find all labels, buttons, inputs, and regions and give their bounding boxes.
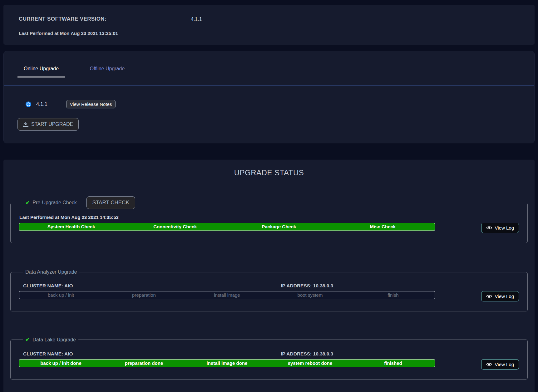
- ip-address: IP ADDRESS: 10.38.0.3: [281, 283, 333, 289]
- cluster-info-row: CLUSTER NAME: AIO IP ADDRESS: 10.38.0.3: [19, 351, 435, 357]
- pre-upgrade-check-section: ✔ Pre-Upgrade Check START CHECK Last Per…: [10, 196, 528, 243]
- progress-step: finished: [352, 360, 435, 367]
- view-log-button[interactable]: View Log: [481, 291, 519, 301]
- ip-address: IP ADDRESS: 10.38.0.3: [281, 351, 333, 357]
- start-check-button[interactable]: START CHECK: [86, 196, 135, 209]
- version-last-performed: Last Performed at Mon Aug 23 2021 13:25:…: [19, 31, 535, 36]
- data-analyzer-upgrade-section: Data Analyzer Upgrade CLUSTER NAME: AIO …: [10, 269, 528, 311]
- eye-icon: [486, 226, 492, 230]
- page: CURRENT SOFTWARE VERSION: 4.1.1 Last Per…: [0, 0, 538, 392]
- pre-check-progress-bar: System Health Check Connectivity Check P…: [19, 223, 435, 231]
- upgrade-status-panel: UPGRADE STATUS ✔ Pre-Upgrade Check START…: [3, 160, 535, 392]
- version-radio-label: 4.1.1: [36, 102, 47, 107]
- tab-bar: Online Upgrade Offline Upgrade: [4, 51, 534, 86]
- tab-offline-upgrade[interactable]: Offline Upgrade: [84, 66, 131, 77]
- current-version-value: 4.1.1: [191, 17, 202, 22]
- progress-step: install image done: [185, 360, 269, 367]
- section-name: Data Lake Upgrade: [32, 337, 76, 343]
- start-upgrade-label: START UPGRADE: [31, 122, 73, 127]
- progress-step: Connectivity Check: [123, 223, 227, 231]
- download-icon: [23, 122, 28, 127]
- progress-column: Last Performed at Mon Aug 23 2021 14:35:…: [19, 209, 435, 231]
- progress-step: preparation done: [102, 360, 185, 367]
- upgrade-status-title: UPGRADE STATUS: [3, 168, 535, 177]
- cluster-info-row: CLUSTER NAME: AIO IP ADDRESS: 10.38.0.3: [19, 283, 435, 289]
- data-lake-legend: ✔ Data Lake Upgrade: [23, 336, 78, 343]
- progress-step: system reboot done: [269, 360, 352, 367]
- progress-step: boot system: [269, 291, 352, 299]
- current-version-panel: CURRENT SOFTWARE VERSION: 4.1.1 Last Per…: [3, 5, 535, 45]
- section-name: Pre-Upgrade Check: [32, 200, 77, 206]
- progress-step: back up / init done: [19, 360, 102, 367]
- progress-step: Misc Check: [331, 223, 435, 231]
- check-last-performed: Last Performed at Mon Aug 23 2021 14:35:…: [19, 215, 435, 220]
- progress-row: CLUSTER NAME: AIO IP ADDRESS: 10.38.0.3 …: [19, 275, 519, 299]
- view-log-label: View Log: [495, 225, 514, 231]
- cluster-name-label: CLUSTER NAME:: [23, 351, 63, 356]
- data-lake-upgrade-section: ✔ Data Lake Upgrade CLUSTER NAME: AIO IP…: [10, 336, 528, 380]
- cluster-name-label: CLUSTER NAME:: [23, 283, 63, 288]
- version-radio[interactable]: [26, 102, 31, 107]
- progress-step: Package Check: [227, 223, 331, 231]
- view-log-button[interactable]: View Log: [481, 223, 519, 233]
- view-log-label: View Log: [495, 362, 514, 367]
- check-icon: ✔: [25, 200, 30, 206]
- ip-address-value: 10.38.0.3: [313, 283, 333, 288]
- progress-step: finish: [352, 291, 435, 299]
- section-name: Data Analyzer Upgrade: [25, 269, 77, 275]
- progress-step: install image: [185, 291, 269, 299]
- view-release-notes-button[interactable]: View Release Notes: [66, 100, 116, 108]
- upgrade-panel: Online Upgrade Offline Upgrade 4.1.1 Vie…: [3, 51, 535, 143]
- progress-column: CLUSTER NAME: AIO IP ADDRESS: 10.38.0.3 …: [19, 275, 435, 299]
- cluster-name-value: AIO: [64, 283, 73, 288]
- ip-address-label: IP ADDRESS:: [281, 351, 312, 356]
- progress-column: CLUSTER NAME: AIO IP ADDRESS: 10.38.0.3 …: [19, 343, 435, 367]
- data-analyzer-legend: Data Analyzer Upgrade: [23, 269, 79, 275]
- ip-address-value: 10.38.0.3: [313, 351, 333, 356]
- progress-step: back up / init: [19, 291, 102, 299]
- progress-row: CLUSTER NAME: AIO IP ADDRESS: 10.38.0.3 …: [19, 343, 519, 367]
- current-version-label: CURRENT SOFTWARE VERSION:: [19, 16, 106, 22]
- version-option-row: 4.1.1 View Release Notes: [26, 100, 534, 108]
- tab-online-upgrade[interactable]: Online Upgrade: [17, 66, 65, 77]
- pre-upgrade-check-legend: ✔ Pre-Upgrade Check START CHECK: [23, 196, 138, 209]
- check-icon: ✔: [25, 336, 30, 343]
- ip-address-label: IP ADDRESS:: [281, 283, 312, 288]
- analyzer-progress-bar: back up / init preparation install image…: [19, 291, 435, 299]
- progress-step: System Health Check: [19, 223, 123, 231]
- cluster-name-value: AIO: [64, 351, 73, 356]
- progress-step: preparation: [102, 291, 185, 299]
- view-log-button[interactable]: View Log: [481, 359, 519, 370]
- data-lake-progress-bar: back up / init done preparation done ins…: [19, 359, 435, 367]
- view-log-label: View Log: [495, 294, 514, 299]
- eye-icon: [486, 294, 492, 298]
- progress-row: Last Performed at Mon Aug 23 2021 14:35:…: [19, 209, 519, 231]
- start-upgrade-button[interactable]: START UPGRADE: [17, 118, 79, 131]
- eye-icon: [486, 362, 492, 366]
